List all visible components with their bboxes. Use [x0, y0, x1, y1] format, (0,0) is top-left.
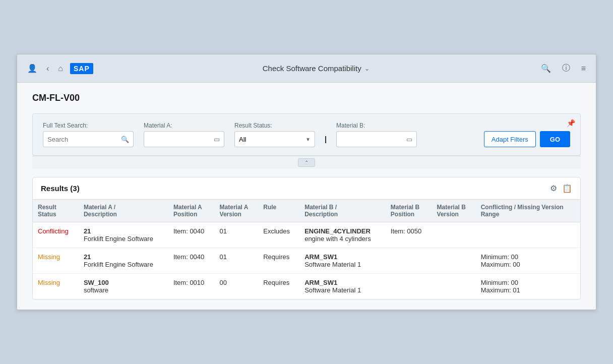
status-cell-1: Conflicting — [33, 222, 79, 248]
shell-bar-left: 👤 ‹ ⌂ SAP — [25, 62, 93, 75]
cursor-area — [325, 136, 326, 147]
material-b-code-3: ARM_SW1 — [304, 279, 381, 286]
export-icon[interactable]: 📋 — [562, 184, 572, 193]
adapt-filters-button[interactable]: Adapt Filters — [484, 131, 536, 147]
results-actions: ⚙ 📋 — [550, 184, 572, 193]
material-b-input-wrapper[interactable]: ▭ — [336, 131, 417, 147]
full-text-label: Full Text Search: — [43, 122, 134, 129]
result-status-label: Result Status: — [234, 122, 315, 129]
filter-bar: Full Text Search: 🔍 Material A: ▭ — [32, 113, 581, 156]
version-range-cell-3: Minimum: 00 Maximum: 01 — [476, 274, 580, 299]
material-b-cell-1: ENGINE_4CYLINDER engine with 4 cylinders — [299, 222, 386, 248]
table-row: Conflicting 21 Forklift Engine Software … — [33, 222, 580, 248]
col-header-material-a: Material A /Description — [79, 200, 168, 222]
col-header-status: ResultStatus — [33, 200, 79, 222]
col-header-version-range: Conflicting / Missing VersionRange — [476, 200, 580, 222]
home-icon[interactable]: ⌂ — [56, 62, 65, 75]
search-input-wrapper[interactable]: 🔍 — [43, 131, 134, 147]
collapse-button[interactable]: ⌃ — [298, 158, 315, 167]
material-a-input[interactable] — [148, 136, 211, 143]
go-button[interactable]: GO — [540, 131, 570, 147]
rule-cell-3: Requires — [258, 274, 299, 299]
material-b-position-cell-2 — [386, 248, 432, 274]
full-text-search-field: Full Text Search: 🔍 — [43, 122, 134, 147]
material-a-cell-2: 21 Forklift Engine Software — [79, 248, 168, 274]
copy-icon-material-b[interactable]: ▭ — [406, 136, 412, 143]
material-a-version-cell-3: 00 — [215, 274, 259, 299]
results-table: ResultStatus Material A /Description Mat… — [33, 199, 580, 299]
search-icon[interactable]: 🔍 — [539, 62, 553, 75]
material-a-position-cell-3: Item: 0010 — [168, 274, 215, 299]
shell-title: Check Software Compatibility — [263, 64, 361, 73]
version-range-cell-2: Minimum: 00 Maximum: 00 — [476, 248, 580, 274]
filter-fields: Full Text Search: 🔍 Material A: ▭ — [43, 122, 570, 147]
status-cell-2: Missing — [33, 248, 79, 274]
results-header: Results (3) ⚙ 📋 — [33, 177, 580, 199]
back-icon[interactable]: ‹ — [44, 62, 51, 75]
col-header-material-b-position: Material BPosition — [386, 200, 432, 222]
status-badge-missing-2: Missing — [38, 279, 60, 286]
material-a-desc-1: Forklift Engine Software — [84, 235, 163, 242]
table-body: Conflicting 21 Forklift Engine Software … — [33, 222, 580, 299]
settings-icon[interactable]: ⚙ — [550, 184, 557, 193]
result-status-field: Result Status: All Conflicting Missing C… — [234, 122, 315, 147]
material-b-desc-3: Software Material 1 — [304, 286, 381, 294]
menu-icon[interactable]: ≡ — [579, 62, 588, 75]
status-badge-conflicting: Conflicting — [38, 227, 69, 235]
shell-bar: 👤 ‹ ⌂ SAP Check Software Compatibility ⌄… — [17, 54, 596, 83]
search-input[interactable] — [47, 136, 118, 143]
material-b-version-cell-3 — [432, 274, 476, 299]
pin-icon-area: 📌 — [567, 119, 575, 127]
results-section: Results (3) ⚙ 📋 ResultStatus Material A … — [32, 177, 581, 299]
results-title: Results (3) — [41, 184, 80, 193]
result-status-select-wrapper[interactable]: All Conflicting Missing Compatible ▼ — [234, 131, 315, 147]
table-header: ResultStatus Material A /Description Mat… — [33, 200, 580, 222]
material-a-position-cell-1: Item: 0040 — [168, 222, 215, 248]
material-b-field: Material B: ▭ — [336, 122, 417, 147]
material-b-code-1: ENGINE_4CYLINDER — [304, 227, 381, 235]
material-a-cell-1: 21 Forklift Engine Software — [79, 222, 168, 248]
material-a-code-3: SW_100 — [84, 279, 163, 286]
search-icon-small: 🔍 — [121, 136, 129, 143]
table-row: Missing SW_100 software Item: 0010 00 Re… — [33, 274, 580, 299]
material-b-position-cell-3 — [386, 274, 432, 299]
material-a-version-cell-2: 01 — [215, 248, 259, 274]
material-b-position-cell-1: Item: 0050 — [386, 222, 432, 248]
col-header-rule: Rule — [258, 200, 299, 222]
help-icon[interactable]: ⓘ — [560, 61, 572, 76]
table-row: Missing 21 Forklift Engine Software Item… — [33, 248, 580, 274]
status-badge-missing-1: Missing — [38, 253, 60, 261]
chevron-down-icon[interactable]: ⌄ — [364, 65, 370, 72]
col-header-material-a-version: Material AVersion — [215, 200, 259, 222]
material-b-input[interactable] — [341, 136, 403, 143]
col-header-material-b-version: Material BVersion — [432, 200, 476, 222]
material-a-position-cell-2: Item: 0040 — [168, 248, 215, 274]
col-header-material-b: Material B /Description — [299, 200, 386, 222]
chevron-down-icon-select: ▼ — [305, 137, 311, 142]
material-a-label: Material A: — [144, 122, 224, 129]
rule-cell-2: Requires — [258, 248, 299, 274]
material-b-cell-3: ARM_SW1 Software Material 1 — [299, 274, 386, 299]
material-a-cell-3: SW_100 software — [79, 274, 168, 299]
status-cell-3: Missing — [33, 274, 79, 299]
material-a-code-1: 21 — [84, 227, 163, 235]
material-b-version-cell-2 — [432, 248, 476, 274]
rule-cell-1: Excludes — [258, 222, 299, 248]
col-header-material-a-position: Material APosition — [168, 200, 215, 222]
material-a-input-wrapper[interactable]: ▭ — [144, 131, 224, 147]
filter-actions: Adapt Filters GO — [484, 131, 570, 147]
material-a-version-cell-1: 01 — [215, 222, 259, 248]
pin-icon[interactable]: 📌 — [567, 119, 575, 127]
material-a-desc-3: software — [84, 286, 163, 294]
material-a-code-2: 21 — [84, 253, 163, 261]
material-a-field: Material A: ▭ — [144, 122, 224, 147]
material-b-version-cell-1 — [432, 222, 476, 248]
material-a-desc-2: Forklift Engine Software — [84, 261, 163, 268]
cursor-indicator — [325, 136, 326, 143]
material-b-code-2: ARM_SW1 — [304, 253, 381, 261]
main-window: 👤 ‹ ⌂ SAP Check Software Compatibility ⌄… — [17, 54, 596, 310]
page-title: CM-FL-V00 — [32, 93, 581, 103]
user-icon[interactable]: 👤 — [25, 62, 39, 75]
copy-icon-material-a[interactable]: ▭ — [214, 136, 220, 143]
result-status-select[interactable]: All Conflicting Missing Compatible — [239, 136, 302, 143]
